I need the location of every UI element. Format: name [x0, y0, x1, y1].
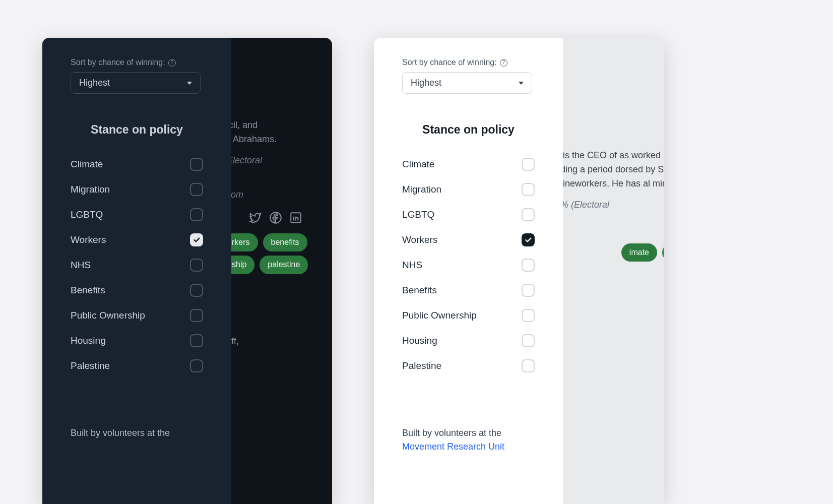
checkbox[interactable] [190, 284, 203, 297]
tag[interactable]: benefits [263, 233, 307, 252]
footer-credit: Built by volunteers at the [71, 426, 203, 440]
light-theme-panel: d is the CEO of as worked in the uding a… [374, 38, 664, 504]
electoral-meta: 0% (Electoral [555, 198, 664, 212]
footer-link[interactable]: Movement Research Unit [402, 442, 504, 452]
sort-dropdown[interactable]: Highest [402, 72, 532, 94]
policy-lgbtq[interactable]: LGBTQ [402, 202, 535, 227]
social-links [249, 211, 332, 224]
policy-climate[interactable]: Climate [402, 152, 535, 177]
tag[interactable]: workers [662, 243, 664, 262]
checkbox[interactable] [190, 259, 203, 272]
policy-housing[interactable]: Housing [71, 328, 203, 353]
checkbox[interactable] [190, 359, 203, 372]
help-icon[interactable]: ? [168, 59, 176, 67]
policy-label: LGBTQ [402, 209, 434, 220]
footer-credit: Built by volunteers at the Movement Rese… [402, 426, 535, 454]
policy-label: Migration [71, 184, 110, 195]
checkbox[interactable] [522, 309, 535, 322]
policy-housing[interactable]: Housing [402, 328, 535, 353]
candidate-info: d is the CEO of as worked in the uding a… [555, 149, 664, 262]
sort-label: Sort by chance of winning: ? [402, 58, 507, 67]
chevron-down-icon [519, 82, 524, 85]
checkbox[interactable] [522, 359, 535, 372]
checkbox[interactable] [522, 208, 535, 221]
twitter-icon[interactable] [249, 211, 262, 224]
checkbox[interactable] [522, 334, 535, 347]
policy-label: Workers [71, 234, 106, 245]
policy-label: Public Ownership [402, 310, 477, 321]
staff-fragment: taff, [224, 335, 332, 349]
policy-label: Benefits [402, 285, 437, 296]
checkbox-checked[interactable] [190, 233, 203, 246]
policy-palestine[interactable]: Palestine [71, 353, 203, 379]
policy-label: Climate [402, 159, 434, 170]
social-links [555, 221, 664, 234]
email-fragment: .com [224, 188, 332, 202]
sort-label-text: Sort by chance of winning: [71, 58, 165, 67]
policy-palestine[interactable]: Palestine [402, 353, 535, 379]
bio-fragment: d is the CEO of as worked in the uding a… [555, 149, 664, 191]
policy-label: LGBTQ [71, 209, 103, 220]
policy-label: Climate [71, 159, 103, 170]
policy-label: Palestine [71, 360, 110, 371]
policy-tags: ship palestine [224, 256, 332, 274]
candidate-info: ncil, and ie Abrahams. (Electoral .com r… [224, 118, 332, 349]
divider [402, 409, 535, 409]
stance-title: Stance on policy [402, 123, 535, 137]
policy-workers[interactable]: Workers [402, 227, 535, 253]
policy-label: Migration [402, 184, 441, 195]
sort-dropdown[interactable]: Highest [71, 72, 201, 94]
policy-list: Climate Migration LGBTQ Workers NHS Bene… [71, 152, 203, 379]
policy-label: NHS [71, 260, 91, 271]
linkedin-icon[interactable] [289, 211, 302, 224]
policy-label: Housing [402, 335, 437, 346]
policy-workers[interactable]: Workers [71, 227, 203, 253]
checkbox[interactable] [522, 183, 535, 196]
checkbox[interactable] [522, 284, 535, 297]
footer-text: Built by volunteers at the [402, 428, 501, 438]
policy-nhs[interactable]: NHS [71, 253, 203, 278]
chevron-down-icon [187, 82, 192, 85]
bio-fragment: ie Abrahams. [224, 133, 332, 147]
tag[interactable]: imate [621, 243, 657, 262]
policy-label: NHS [402, 260, 422, 271]
policy-benefits[interactable]: Benefits [71, 278, 203, 303]
policy-label: Benefits [71, 285, 105, 296]
checkbox[interactable] [190, 183, 203, 196]
policy-list: Climate Migration LGBTQ Workers NHS Bene… [402, 152, 535, 379]
dark-theme-panel: ncil, and ie Abrahams. (Electoral .com r… [42, 38, 332, 504]
policy-benefits[interactable]: Benefits [402, 278, 535, 303]
policy-tags: rkers benefits [224, 233, 332, 252]
checkbox[interactable] [522, 259, 535, 272]
electoral-meta: (Electoral [224, 154, 332, 168]
policy-public-ownership[interactable]: Public Ownership [71, 303, 203, 328]
filter-sidebar: Sort by chance of winning: ? Highest Sta… [42, 38, 231, 504]
policy-public-ownership[interactable]: Public Ownership [402, 303, 535, 328]
sort-label: Sort by chance of winning: ? [71, 58, 176, 67]
stance-title: Stance on policy [71, 123, 203, 137]
policy-tags: imate workers [555, 243, 664, 262]
checkbox[interactable] [190, 309, 203, 322]
policy-migration[interactable]: Migration [71, 177, 203, 202]
help-icon[interactable]: ? [500, 59, 507, 67]
footer-text: Built by volunteers at the [71, 428, 170, 438]
divider [71, 409, 203, 409]
sort-label-text: Sort by chance of winning: [402, 58, 497, 67]
policy-lgbtq[interactable]: LGBTQ [71, 202, 203, 227]
policy-label: Workers [402, 234, 437, 245]
filter-sidebar: Sort by chance of winning: ? Highest Sta… [374, 38, 563, 504]
bio-fragment: ncil, and [224, 118, 332, 133]
checkbox[interactable] [190, 158, 203, 171]
tag[interactable]: palestine [260, 256, 308, 274]
facebook-icon[interactable] [269, 211, 282, 224]
checkbox-checked[interactable] [522, 233, 535, 246]
policy-climate[interactable]: Climate [71, 152, 203, 177]
checkbox[interactable] [522, 158, 535, 171]
checkbox[interactable] [190, 334, 203, 347]
policy-label: Housing [71, 335, 106, 346]
policy-label: Palestine [402, 360, 441, 371]
policy-label: Public Ownership [71, 310, 145, 321]
checkbox[interactable] [190, 208, 203, 221]
policy-nhs[interactable]: NHS [402, 253, 535, 278]
policy-migration[interactable]: Migration [402, 177, 535, 202]
